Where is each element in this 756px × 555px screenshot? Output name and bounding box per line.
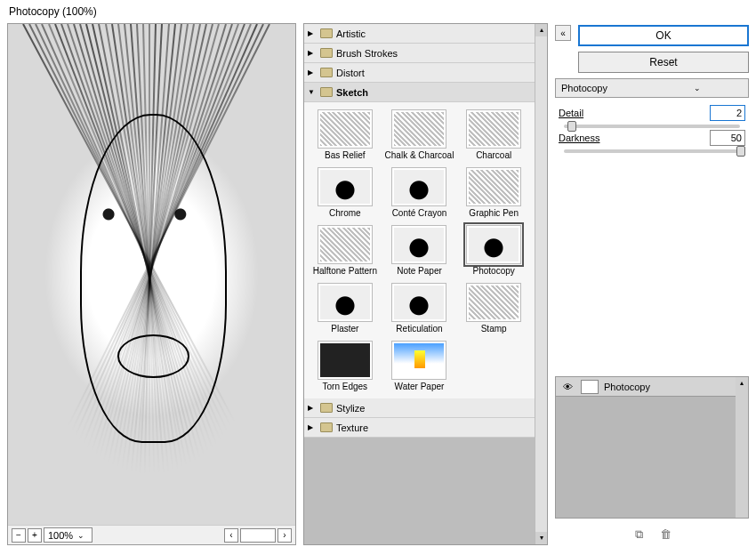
slider-thumb[interactable] xyxy=(567,121,576,132)
param-slider-darkness[interactable] xyxy=(564,149,740,153)
filter-photocopy[interactable]: Photocopy xyxy=(458,225,529,276)
category-sketch[interactable]: ▼Sketch xyxy=(304,83,535,102)
filter-thumbnail xyxy=(466,225,521,264)
triangle-icon: ▶ xyxy=(308,423,317,431)
param-slider-detail[interactable] xyxy=(564,125,740,128)
layers-scrollbar[interactable]: ▴ xyxy=(736,377,748,518)
filter-thumbnail xyxy=(466,109,521,149)
preview-panel: − + 100% ⌄ ‹ › xyxy=(7,23,296,545)
zoom-select[interactable]: 100% ⌄ xyxy=(44,527,92,543)
filter-label: Photocopy xyxy=(473,266,515,276)
filter-label: Stamp xyxy=(481,324,507,334)
filter-thumbnail xyxy=(391,167,446,206)
filter-thumbnail xyxy=(391,283,446,322)
filter-label: Torn Edges xyxy=(323,382,368,391)
triangle-icon: ▶ xyxy=(308,404,317,412)
zoom-out-button[interactable]: − xyxy=(12,528,26,543)
filter-thumbnail xyxy=(391,341,446,380)
filter-label: Charcoal xyxy=(476,150,511,160)
filter-thumbnail xyxy=(466,167,521,206)
filter-stamp[interactable]: Stamp xyxy=(458,283,529,334)
filter-label: Chrome xyxy=(329,208,361,218)
triangle-icon: ▶ xyxy=(308,68,317,76)
new-effect-layer-button[interactable]: ⧉ xyxy=(631,527,646,542)
filter-thumbnail xyxy=(318,225,373,264)
scroll-right-button[interactable]: › xyxy=(277,528,292,543)
param-input-detail[interactable] xyxy=(710,105,745,121)
triangle-icon: ▶ xyxy=(308,29,317,37)
scroll-up-icon[interactable]: ▴ xyxy=(535,24,547,36)
category-texture[interactable]: ▶Texture xyxy=(304,418,535,438)
collapse-button[interactable]: « xyxy=(555,25,571,41)
filter-thumbnail xyxy=(318,341,373,380)
filter-dropdown-label: Photocopy xyxy=(561,83,652,93)
filter-note-paper[interactable]: Note Paper xyxy=(384,225,455,276)
preview-image[interactable] xyxy=(8,24,295,525)
filter-water-paper[interactable]: Water Paper xyxy=(384,341,455,391)
category-brush-strokes[interactable]: ▶Brush Strokes xyxy=(304,44,535,63)
filter-label: Water Paper xyxy=(395,382,445,391)
filter-thumbnail xyxy=(318,109,373,149)
filter-charcoal[interactable]: Charcoal xyxy=(458,109,529,160)
filter-label: Reticulation xyxy=(396,324,442,334)
effect-layer-row[interactable]: 👁Photocopy xyxy=(556,377,748,397)
filter-thumbnail xyxy=(391,225,446,264)
param-input-darkness[interactable] xyxy=(710,130,745,146)
reset-button[interactable]: Reset xyxy=(578,52,749,73)
filter-plaster[interactable]: Plaster xyxy=(310,283,381,334)
filter-thumbnail xyxy=(318,283,373,322)
filter-thumbnail xyxy=(391,109,446,149)
filter-bas-relief[interactable]: Bas Relief xyxy=(310,109,381,160)
filter-torn-edges[interactable]: Torn Edges xyxy=(310,341,381,391)
settings-panel: « OK Reset Photocopy ⌄ DetailDarkness 👁P… xyxy=(555,23,749,545)
filter-thumbnail xyxy=(318,167,373,206)
filter-label: Conté Crayon xyxy=(392,208,447,218)
slider-thumb[interactable] xyxy=(736,146,745,157)
param-label-darkness: Darkness xyxy=(559,133,704,143)
filter-cont-crayon[interactable]: Conté Crayon xyxy=(384,167,455,218)
folder-icon xyxy=(320,422,333,432)
filter-thumbnail xyxy=(466,283,521,322)
filter-label: Note Paper xyxy=(397,266,442,276)
category-label: Brush Strokes xyxy=(336,48,398,59)
scroll-down-icon[interactable]: ▾ xyxy=(535,532,547,544)
filter-graphic-pen[interactable]: Graphic Pen xyxy=(458,167,529,218)
filter-label: Plaster xyxy=(331,324,358,334)
chevron-down-icon: ⌄ xyxy=(73,531,88,540)
zoom-in-button[interactable]: + xyxy=(28,528,42,543)
scroll-left-button[interactable]: ‹ xyxy=(224,528,238,543)
scroll-up-icon[interactable]: ▴ xyxy=(736,377,748,390)
category-artistic[interactable]: ▶Artistic xyxy=(304,24,535,44)
gallery-scrollbar[interactable]: ▴ ▾ xyxy=(535,24,547,544)
category-label: Texture xyxy=(336,422,368,433)
visibility-eye-icon[interactable]: 👁 xyxy=(559,381,575,393)
scroll-track[interactable] xyxy=(240,528,276,543)
effect-layers-panel: 👁Photocopy ▴ xyxy=(555,376,749,519)
filter-gallery: ▶Artistic▶Brush Strokes▶Distort▼SketchBa… xyxy=(303,23,548,545)
category-distort[interactable]: ▶Distort xyxy=(304,63,535,83)
filter-label: Bas Relief xyxy=(325,150,366,160)
filter-chrome[interactable]: Chrome xyxy=(310,167,381,218)
filter-chalk-charcoal[interactable]: Chalk & Charcoal xyxy=(384,109,455,160)
category-stylize[interactable]: ▶Stylize xyxy=(304,398,535,418)
param-label-detail: Detail xyxy=(559,108,704,118)
delete-effect-layer-button[interactable]: 🗑 xyxy=(658,527,672,542)
category-label: Sketch xyxy=(336,87,368,98)
filter-reticulation[interactable]: Reticulation xyxy=(384,283,455,334)
layer-thumbnail xyxy=(581,380,599,394)
triangle-icon: ▶ xyxy=(308,49,317,57)
filter-label: Chalk & Charcoal xyxy=(385,150,454,160)
ok-button[interactable]: OK xyxy=(578,25,749,46)
window-title: Photocopy (100%) xyxy=(0,0,756,23)
filter-dropdown[interactable]: Photocopy ⌄ xyxy=(555,78,749,98)
chevron-down-icon: ⌄ xyxy=(652,84,743,92)
filter-label: Halftone Pattern xyxy=(313,266,377,276)
folder-icon xyxy=(320,48,333,58)
folder-icon xyxy=(320,87,333,97)
folder-icon xyxy=(320,28,333,38)
filter-label: Graphic Pen xyxy=(469,208,519,218)
layer-name: Photocopy xyxy=(604,382,650,392)
folder-icon xyxy=(320,68,333,77)
filter-halftone-pattern[interactable]: Halftone Pattern xyxy=(310,225,381,276)
category-label: Artistic xyxy=(336,28,366,39)
